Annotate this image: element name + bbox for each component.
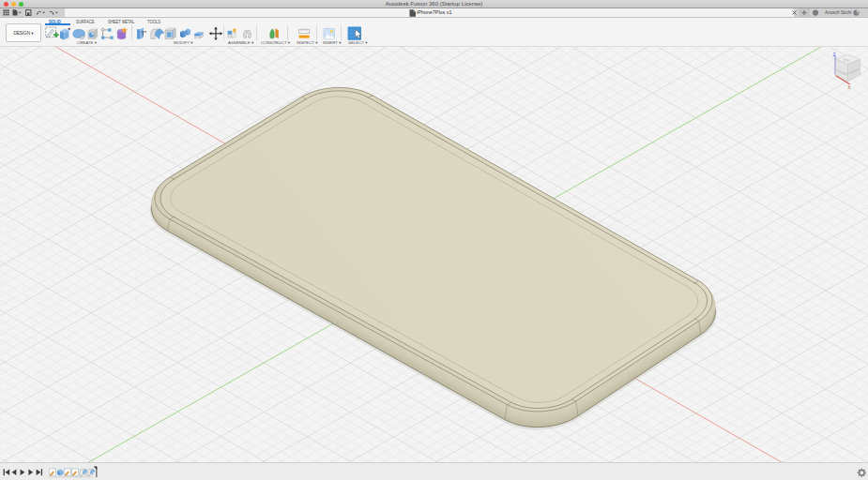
svg-text:?: ?	[856, 9, 859, 15]
svg-text:X: X	[848, 85, 851, 90]
svg-text:Z: Z	[833, 52, 836, 57]
